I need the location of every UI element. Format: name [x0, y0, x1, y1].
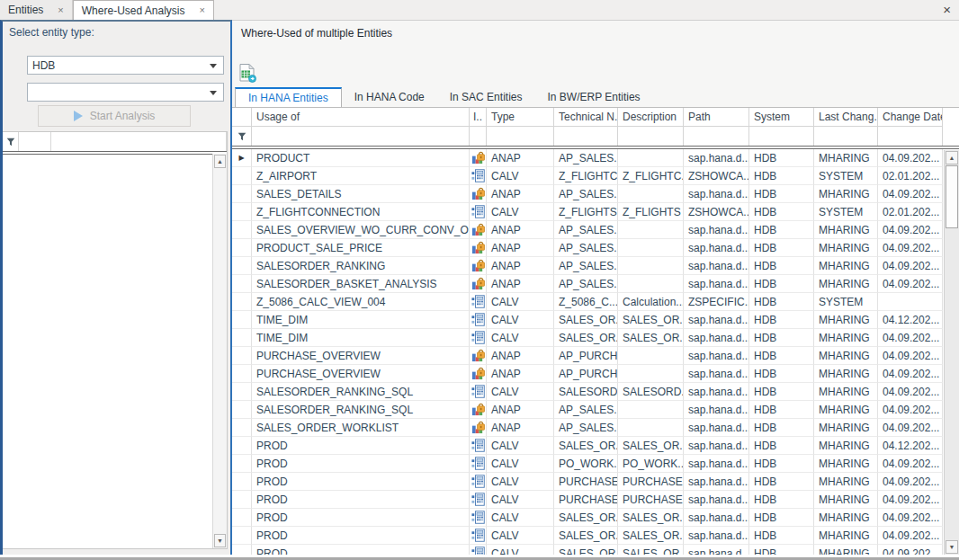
scroll-up-icon[interactable]: ▲ — [946, 151, 958, 164]
header-path[interactable]: Path — [684, 108, 749, 127]
tab-close-icon[interactable]: × — [58, 5, 63, 15]
type-icon-cell — [470, 383, 487, 401]
header-description[interactable]: Description — [618, 108, 684, 127]
row-indicator: ▶ — [232, 275, 252, 293]
system-cell: HDB — [749, 347, 814, 365]
table-row[interactable]: ▶ PROD CALV PO_WORK... PO_WORK... sap.ha… — [232, 455, 943, 473]
header-system[interactable]: System — [749, 108, 814, 127]
filter-cell[interactable] — [618, 127, 684, 146]
table-row[interactable]: ▶ PROD CALV PURCHASE... PURCHASE... sap.… — [232, 491, 943, 509]
header-icon[interactable]: I.. — [470, 108, 487, 127]
table-row[interactable]: ▶ PROD CALV SALES_OR... SALES_OR... sap.… — [232, 509, 943, 527]
header-last-changed[interactable]: Last Chang... — [814, 108, 878, 127]
table-row[interactable]: ▶ PROD CALV SALES_OR... SALES_OR... sap.… — [232, 545, 943, 555]
close-icon[interactable]: × — [943, 2, 951, 17]
filter-cell[interactable] — [3, 132, 19, 151]
entity-dropdown[interactable] — [27, 83, 224, 102]
tab-where-used-analysis[interactable]: Where-Used Analysis × — [73, 0, 214, 20]
calv-view-icon — [471, 547, 485, 555]
table-row[interactable]: ▶ SALESORDER_BASKET_ANALYSIS ANAP AP_SAL… — [232, 275, 943, 293]
play-icon — [74, 111, 83, 121]
table-row[interactable]: ▶ PURCHASE_OVERVIEW ANAP AP_PURCH... sap… — [232, 347, 943, 365]
tab-in-bw-erp-entities[interactable]: In BW/ERP Entities — [534, 87, 652, 107]
table-row[interactable]: ▶ PROD CALV SALES_OR... SALES_OR... sap.… — [232, 527, 943, 545]
calv-view-icon — [471, 511, 485, 524]
change-date-cell: 04.09.202... — [878, 509, 943, 527]
table-row[interactable]: ▶ PRODUCT_SALE_PRICE ANAP AP_SALES... sa… — [232, 239, 943, 257]
table-row[interactable]: ▶ SALESORDER_RANKING ANAP AP_SALES... sa… — [232, 257, 943, 275]
row-indicator: ▶ — [232, 203, 252, 221]
start-analysis-button[interactable]: Start Analysis — [38, 105, 191, 127]
table-row[interactable]: ▶ SALESORDER_RANKING_SQL ANAP AP_SALES..… — [232, 401, 943, 419]
filter-cell[interactable] — [19, 132, 51, 151]
grid-filter-row — [232, 127, 943, 146]
result-tabstrip: In HANA Entities In HANA Code In SAC Ent… — [232, 87, 959, 107]
header-technical-name[interactable]: Technical N... — [554, 108, 618, 127]
table-row[interactable]: ▶ SALES_OVERVIEW_WO_CURR_CONV_OPT ANAP A… — [232, 221, 943, 239]
scroll-up-icon[interactable]: ▲ — [214, 155, 226, 168]
where-used-results-panel: Where-Used of multiple Entities In HANA … — [232, 20, 959, 555]
grid-vertical-scrollbar[interactable]: ▲ ▼ — [944, 150, 959, 555]
tab-in-sac-entities[interactable]: In SAC Entities — [437, 87, 535, 107]
usage-of-cell: PROD — [252, 473, 470, 491]
tab-in-hana-entities[interactable]: In HANA Entities — [235, 87, 342, 107]
tab-close-icon[interactable]: × — [200, 5, 205, 15]
path-cell: sap.hana.d... — [684, 437, 749, 455]
filter-cell[interactable] — [470, 127, 487, 146]
tab-in-hana-code[interactable]: In HANA Code — [342, 87, 437, 107]
table-row[interactable]: ▶ Z_5086_CALC_VIEW_004 CALV Z_5086_C... … — [232, 293, 943, 311]
table-row[interactable]: ▶ PRODUCT ANAP AP_SALES... sap.hana.d...… — [232, 149, 943, 167]
type-cell: ANAP — [487, 185, 554, 203]
table-row[interactable]: ▶ PROD CALV PURCHASE... PURCHASE... sap.… — [232, 473, 943, 491]
technical-name-cell: Z_5086_C... — [554, 293, 618, 311]
filter-cell[interactable] — [554, 127, 618, 146]
filter-cell[interactable] — [814, 127, 878, 146]
row-indicator: ▶ — [232, 311, 252, 329]
scroll-down-icon[interactable]: ▼ — [214, 534, 226, 547]
entity-list-scrollbar[interactable]: ▲ ▼ — [212, 154, 227, 548]
row-indicator: ▶ — [232, 365, 252, 383]
technical-name-cell: PURCHASE... — [554, 473, 618, 491]
tab-entities[interactable]: Entities × — [0, 0, 73, 20]
table-row[interactable]: ▶ SALES_DETAILS ANAP AP_SALES... sap.han… — [232, 185, 943, 203]
row-indicator: ▶ — [232, 347, 252, 365]
filter-cell[interactable] — [684, 127, 749, 146]
table-row[interactable]: ▶ TIME_DIM CALV SALES_OR... SALES_OR... … — [232, 329, 943, 347]
usage-of-cell: PURCHASE_OVERVIEW — [252, 347, 470, 365]
table-row[interactable]: ▶ PROD CALV SALES_OR... SALES_OR... sap.… — [232, 437, 943, 455]
filter-cell[interactable] — [51, 132, 227, 151]
scroll-down-icon[interactable]: ▼ — [946, 540, 958, 554]
filter-cell[interactable] — [749, 127, 814, 146]
filter-cell[interactable] — [878, 127, 943, 146]
table-row[interactable]: ▶ Z_FLIGHTCONNECTION CALV Z_FLIGHTS Z_FL… — [232, 203, 943, 221]
header-usage-of[interactable]: Usage of — [252, 108, 470, 127]
usage-of-cell: PROD — [252, 455, 470, 473]
system-cell: HDB — [749, 275, 814, 293]
scrollbar-thumb[interactable] — [946, 165, 958, 228]
anap-view-icon — [471, 151, 485, 164]
header-change-date[interactable]: Change Date — [878, 108, 943, 127]
technical-name-cell: AP_SALES... — [554, 149, 618, 167]
system-cell: HDB — [749, 473, 814, 491]
last-changed-cell: SYSTEM — [814, 293, 878, 311]
technical-name-cell: SALES_OR... — [554, 437, 618, 455]
filter-cell[interactable] — [487, 127, 554, 146]
table-row[interactable]: ▶ SALES_ORDER_WORKLIST ANAP AP_SALES... … — [232, 419, 943, 437]
table-row[interactable]: ▶ Z_AIRPORT CALV Z_FLIGHTC... Z_FLIGHTC.… — [232, 167, 943, 185]
usage-of-cell: TIME_DIM — [252, 311, 470, 329]
table-row[interactable]: ▶ PURCHASE_OVERVIEW ANAP AP_PURCH... sap… — [232, 365, 943, 383]
last-changed-cell: MHARING — [814, 311, 878, 329]
entity-list-filter-row[interactable] — [3, 132, 227, 151]
type-icon-cell — [470, 149, 487, 167]
table-row[interactable]: ▶ TIME_DIM CALV SALES_OR... SALES_OR... … — [232, 311, 943, 329]
document-tabbar: Entities × Where-Used Analysis × × — [0, 0, 959, 20]
last-changed-cell: MHARING — [814, 491, 878, 509]
table-row[interactable]: ▶ SALESORDER_RANKING_SQL CALV SALESORD..… — [232, 383, 943, 401]
last-changed-cell: MHARING — [814, 257, 878, 275]
entity-type-dropdown[interactable]: HDB — [27, 56, 224, 75]
system-cell: HDB — [749, 149, 814, 167]
description-cell — [618, 221, 684, 239]
export-to-excel-button[interactable] — [238, 63, 257, 83]
header-type[interactable]: Type — [487, 108, 554, 127]
filter-cell[interactable] — [252, 127, 470, 146]
